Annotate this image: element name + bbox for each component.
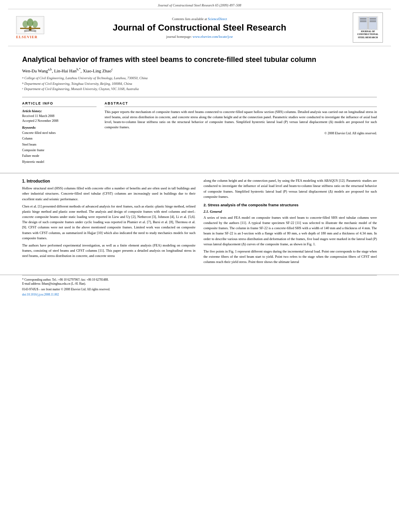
svg-rect-7 [359,17,367,29]
doi-line: doi:10.1016/j.jcsr.2008.11.002 [22,292,377,297]
authors-line: Wen-Da Wanga,b, Lin-Hai Hanb,*, Xiao-Lin… [22,68,377,73]
elsevier-logo-left: ELSEVIER [16,16,52,39]
page: Journal of Constructional Steel Research… [0,0,399,532]
keywords-list: Concrete filled steel tubes Column Steel… [22,130,97,165]
header-banner: ELSEVIER Contents lists available at Sci… [8,9,391,46]
journal-homepage-line: journal homepage: www.elsevier.com/locat… [60,35,339,39]
svg-rect-11 [360,20,366,21]
article-info-title: ARTICLE INFO [22,101,97,107]
intro-para-2: Chen et al. [1] presented different meth… [22,204,195,241]
keywords-label: Keywords: [22,126,97,129]
journal-logo-text: JOURNAL OFCONSTRUCTIONALSTEEL RESEARCH [357,30,378,39]
elsevier-tree-icon [18,18,42,33]
section1-number: 1. [22,179,25,183]
svg-rect-5 [20,28,40,29]
email-footnote-text: E-mail address: lhhan@tsinghua.edu.cn (L… [22,282,86,286]
author-xiaoling-sup: c [111,68,113,71]
intro-para-3: The authors have performed experimental … [22,243,195,259]
right-column: along the column height and at the conne… [204,178,377,267]
homepage-text: journal homepage: [166,35,192,39]
journal-homepage-link[interactable]: www.elsevier.com/locate/jcsr [193,35,233,39]
science-direct-text: ScienceDirect [208,17,227,21]
author-linhai-sup: b,* [76,68,80,71]
svg-rect-13 [370,18,376,19]
left-column: 1. Introduction Hollow structural steel … [22,178,195,267]
affiliations: a College of Civil Engineering, Lanzhou … [22,76,377,92]
keyword-1: Concrete filled steel tubes [22,130,97,136]
article-title: Analytical behavior of frames with steel… [22,55,377,64]
svg-point-3 [32,21,38,28]
contents-line: Contents lists available at ScienceDirec… [60,17,339,21]
accepted-text: Accepted 2 November 2008 [22,119,97,123]
keyword-6: Hysteretic model [22,159,97,165]
email-footnote: E-mail address: lhhan@tsinghua.edu.cn (L… [22,281,377,286]
affiliation-b: b Department of Civil Engineering, Tsing… [22,81,377,87]
aff-c-text: Department of Civil Engineering, Monash … [24,86,139,92]
section2-title: Stress analysis of the composite frame s… [208,203,298,207]
author-wenda: Wen-Da Wang [22,68,48,73]
article-info-abstract: ARTICLE INFO Article history: Received 1… [22,97,377,165]
journal-title-main: Journal of Constructional Steel Research [60,23,339,33]
affiliation-a: a College of Civil Engineering, Lanzhou … [22,76,377,81]
doi-text: doi:10.1016/j.jcsr.2008.11.002 [22,293,59,296]
received-text: Received 11 March 2008 [22,114,97,119]
keyword-4: Composite frame [22,148,97,153]
contents-text: Contents lists available at [172,17,207,21]
journal-logo-right: JOURNAL OFCONSTRUCTIONALSTEEL RESEARCH [347,12,383,43]
section2-number: 2. [204,203,207,207]
section2-1-title: General [210,210,222,214]
issn-line: 0143-974X/$ – see front matter © 2008 El… [22,287,377,292]
keyword-3: Steel beam [22,142,97,148]
keyword-5: Failure mode [22,153,97,159]
abstract-section: ABSTRACT This paper reports the mechanis… [105,101,377,165]
journal-logo-icon [358,16,378,30]
aff-b-letter: b [22,81,24,86]
affiliation-c: c Department of Civil Engineering, Monas… [22,86,377,92]
corresponding-author-note: * Corresponding author. Tel.: +86 10 627… [22,278,377,281]
homepage-url-text: www.elsevier.com/locate/jcsr [193,35,233,39]
section2-1-text2: The five points in Fig. 1 represent diff… [204,249,377,265]
svg-rect-14 [370,20,376,21]
elsevier-name-text: ELSEVIER [16,35,52,39]
svg-rect-15 [370,21,376,22]
svg-rect-12 [360,21,366,22]
copyright-line: © 2008 Elsevier Ltd. All rights reserved… [105,131,377,135]
section2-1-text: A series of tests and FEA model on compo… [204,215,377,247]
abstract-text: This paper reports the mechanism of comp… [105,109,377,130]
history-label: Article history: [22,109,97,113]
intro-continuation: along the column height and at the conne… [204,178,377,199]
section2-1-number: 2.1. [204,210,209,214]
section1-title: Introduction [27,179,50,183]
aff-b-text: Department of Civil Engineering, Tsinghu… [25,81,132,87]
svg-rect-8 [369,17,377,29]
journal-reference: Journal of Constructional Steel Research… [0,0,399,9]
section2-1-heading: 2.1. General [204,210,377,214]
author-wenda-sup: a,b [48,68,52,71]
elsevier-image [16,16,44,34]
journal-logo-box: JOURNAL OFCONSTRUCTIONALSTEEL RESEARCH [353,12,383,43]
corresponding-author-text: * Corresponding author. Tel.: +86 10 627… [22,278,109,281]
intro-para-1: Hollow structural steel (HSS) columns fi… [22,186,195,202]
journal-ref-text: Journal of Constructional Steel Research… [158,3,241,7]
doi-link[interactable]: doi:10.1016/j.jcsr.2008.11.002 [22,293,59,296]
main-body: 1. Introduction Hollow structural steel … [0,173,399,267]
aff-a-letter: a [22,76,24,80]
footnote-section: * Corresponding author. Tel.: +86 10 627… [0,275,399,297]
author-linhai: Lin-Hai Han [54,68,76,73]
aff-a-text: College of Civil Engineering, Lanzhou Un… [25,76,148,81]
section2-heading: 2. Stress analysis of the composite fram… [204,203,377,207]
section1-heading: 1. Introduction [22,179,195,183]
abstract-title: ABSTRACT [105,101,377,107]
article-content: Analytical behavior of frames with steel… [0,46,399,173]
science-direct-link[interactable]: ScienceDirect [208,17,227,21]
svg-rect-10 [360,18,366,19]
article-info-panel: ARTICLE INFO Article history: Received 1… [22,101,97,165]
aff-c-letter: c [22,86,23,91]
journal-title-block: Contents lists available at ScienceDirec… [52,17,347,39]
keyword-2: Column [22,136,97,142]
author-xiaoling: Xiao-Ling Zhao [83,68,111,73]
svg-point-2 [23,21,28,28]
